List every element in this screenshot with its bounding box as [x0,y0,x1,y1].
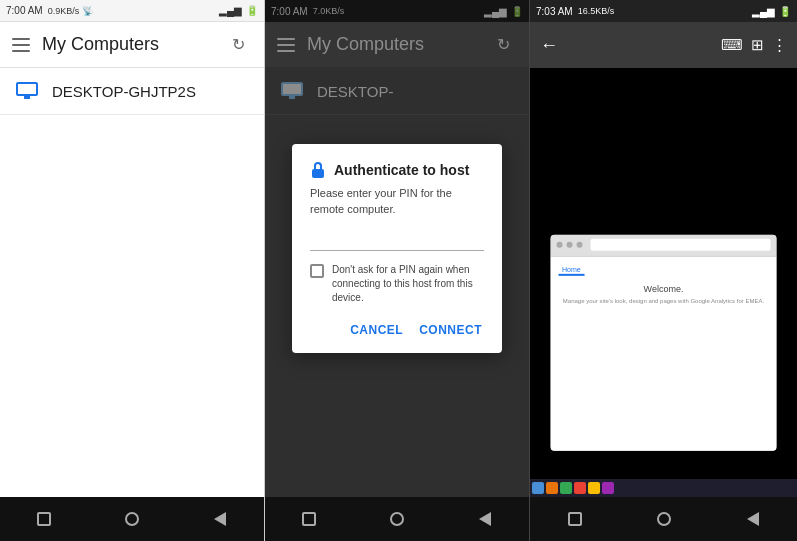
battery-icon-right: 🔋 [779,6,791,17]
taskbar-icon-5 [588,482,600,494]
dialog-subtitle: Please enter your PIN for the remote com… [310,186,484,217]
dialog-overlay: Authenticate to host Please enter your P… [265,0,529,497]
nav-circle-right[interactable] [649,504,679,534]
taskbar-icon-3 [560,482,572,494]
browser-dot-2 [566,242,572,248]
taskbar-icon-1 [532,482,544,494]
computer-name-left-0: DESKTOP-GHJTP2S [52,83,196,100]
browser-body: Home Welcome. Manage your site's look, d… [550,256,777,450]
taskbar-mock [530,479,797,497]
dont-ask-label: Don't ask for a PIN again when connectin… [332,263,484,305]
browser-mockup: Home Welcome. Manage your site's look, d… [550,234,777,450]
browser-welcome: Welcome. Manage your site's look, design… [558,283,769,304]
nav-bar-mid [265,497,529,541]
grid-icon[interactable]: ⊞ [751,36,764,54]
status-bar-left: 7:00 AM 0.9KB/s 📡 ▂▄▆ 🔋 [0,0,264,22]
monitor-icon-left-0 [16,82,38,100]
taskbar-icon-2 [546,482,558,494]
nav-bar-right [530,497,797,541]
connect-button[interactable]: CONNECT [417,319,484,341]
app-bar-left: My Computers ↻ [0,22,264,68]
browser-urlbar [590,239,771,251]
time-left: 7:00 AM [6,5,43,16]
browser-dot-1 [556,242,562,248]
nav-bar-left [0,497,264,541]
computer-item-left-0[interactable]: DESKTOP-GHJTP2S [0,68,264,115]
wifi-icon-left: ▂▄▆ [219,5,242,16]
network-right: 16.5KB/s [578,6,615,16]
nav-back-mid[interactable] [470,504,500,534]
browser-welcome-text: Manage your site's look, design and page… [558,296,769,304]
dialog-title: Authenticate to host [334,162,469,178]
browser-toolbar [550,234,777,256]
nav-square-left[interactable] [29,504,59,534]
nav-square-mid[interactable] [294,504,324,534]
panel-mid: 7:00 AM 7.0KB/s ▂▄▆ 🔋 My Computers ↻ DES… [265,0,530,541]
nav-square-right[interactable] [560,504,590,534]
dialog-checkbox-row: Don't ask for a PIN again when connectin… [310,263,484,305]
nav-circle-left[interactable] [117,504,147,534]
pin-input[interactable] [310,227,484,251]
taskbar-icon-6 [602,482,614,494]
nav-circle-mid[interactable] [382,504,412,534]
dont-ask-checkbox[interactable] [310,264,324,278]
remote-screen-black [530,68,797,188]
network-left: 0.9KB/s [48,6,80,16]
time-right: 7:03 AM [536,6,573,17]
nav-back-left[interactable] [205,504,235,534]
wifi-icon-right: ▂▄▆ [752,6,775,17]
battery-icon-left: 🔋 [246,5,258,16]
keyboard-icon[interactable]: ⌨ [721,36,743,54]
status-bar-right: 7:03 AM 16.5KB/s ▂▄▆ 🔋 [530,0,797,22]
cancel-button[interactable]: CANCEL [348,319,405,341]
hamburger-menu-left[interactable] [12,38,30,52]
authenticate-dialog: Authenticate to host Please enter your P… [292,144,502,353]
remote-screen-preview: Home Welcome. Manage your site's look, d… [530,188,797,497]
browser-dot-3 [576,242,582,248]
app-title-left: My Computers [42,34,212,55]
dialog-actions: CANCEL CONNECT [310,319,484,341]
computer-list-left: DESKTOP-GHJTP2S [0,68,264,497]
more-icon[interactable]: ⋮ [772,36,787,54]
back-button[interactable]: ← [540,35,558,56]
browser-welcome-title: Welcome. [558,283,769,293]
dialog-header: Authenticate to host [310,162,484,178]
nav-back-right[interactable] [738,504,768,534]
right-header-icons: ⌨ ⊞ ⋮ [721,36,787,54]
taskbar-icon-4 [574,482,586,494]
browser-nav-home: Home [558,264,585,275]
refresh-button-left[interactable]: ↻ [224,31,252,59]
signal-icon-left: 📡 [82,6,93,16]
panel-left: 7:00 AM 0.9KB/s 📡 ▂▄▆ 🔋 My Computers ↻ D… [0,0,265,541]
app-bar-right: ← ⌨ ⊞ ⋮ [530,22,797,68]
panel-right: 7:03 AM 16.5KB/s ▂▄▆ 🔋 ← ⌨ ⊞ ⋮ [530,0,797,541]
browser-nav: Home [558,264,769,275]
lock-icon [310,162,326,178]
